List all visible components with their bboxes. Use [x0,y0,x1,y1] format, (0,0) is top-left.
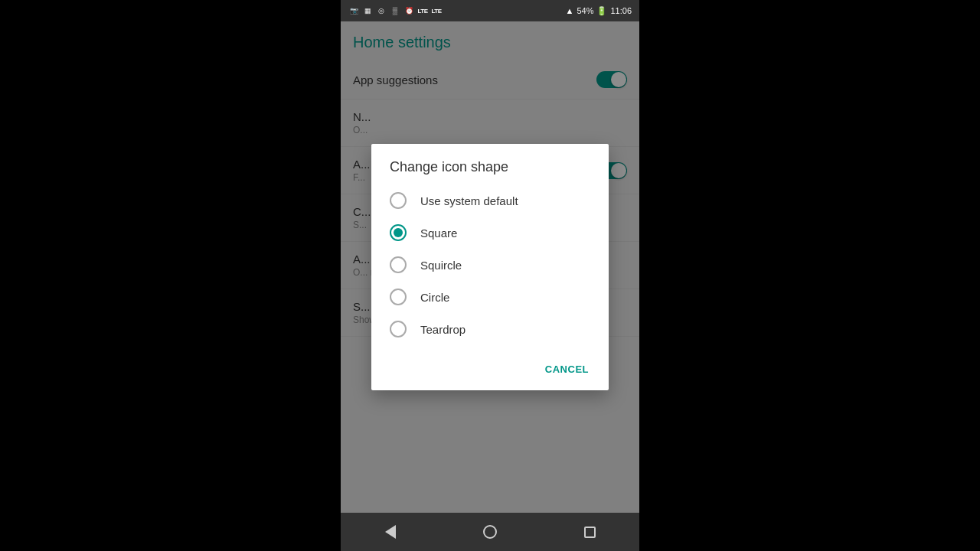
radio-label-circle: Circle [420,291,449,304]
radio-circle-system-default [390,192,407,209]
radio-option-squircle[interactable]: Squircle [371,249,609,281]
back-icon [385,525,396,539]
radio-inner-square [394,228,403,237]
radio-option-system-default[interactable]: Use system default [371,184,609,217]
status-bar: 📷 ▦ ◎ ▒ ⏰ LTE LTE ▲ 54% 🔋 11:06 [341,0,639,21]
cancel-button[interactable]: CANCEL [537,357,596,381]
battery-icon: 🔋 [596,6,607,16]
signal-icon: ▲ [566,6,574,15]
status-bar-right: ▲ 54% 🔋 11:06 [566,6,632,16]
radio-circle-square [390,224,407,241]
lte2-icon: LTE [431,5,442,16]
radio-circle-circle [390,289,407,305]
back-button[interactable] [375,517,406,547]
radio-option-square[interactable]: Square [371,217,609,249]
left-black-bar [0,0,341,551]
dialog-title: Change icon shape [371,144,609,184]
nav-bar [341,513,639,551]
wifi-icon: ◎ [376,5,387,16]
status-bar-left: 📷 ▦ ◎ ▒ ⏰ LTE LTE [348,5,442,16]
video-camera-icon: 📷 [348,5,359,16]
dialog-content: Use system default Square Squircle [371,184,609,351]
time-display: 11:06 [610,6,632,15]
main-content: Home settings App suggestions N... O... [341,21,639,513]
recents-icon [584,527,596,538]
lte1-icon: LTE [417,5,428,16]
change-icon-shape-dialog: Change icon shape Use system default Squ… [371,144,609,390]
battery-percent: 54% [577,6,593,15]
radio-label-square: Square [420,227,457,240]
home-icon [483,525,497,539]
radio-label-teardrop: Teardrop [420,323,466,336]
recents-button[interactable] [574,517,605,547]
vibrate-icon: ▒ [390,5,400,16]
radio-option-circle[interactable]: Circle [371,281,609,313]
dim-overlay: Change icon shape Use system default Squ… [341,21,639,513]
phone-screen: 📷 ▦ ◎ ▒ ⏰ LTE LTE ▲ 54% 🔋 11:06 Home set… [341,0,639,551]
radio-label-system-default: Use system default [420,194,518,207]
radio-option-teardrop[interactable]: Teardrop [371,313,609,345]
cast-icon: ▦ [362,5,373,16]
right-black-bar [639,0,980,551]
radio-label-squircle: Squircle [420,259,462,272]
radio-circle-squircle [390,256,407,273]
alarm-icon: ⏰ [403,5,414,16]
home-button[interactable] [475,517,505,547]
dialog-actions: CANCEL [371,351,609,390]
radio-circle-teardrop [390,321,407,337]
